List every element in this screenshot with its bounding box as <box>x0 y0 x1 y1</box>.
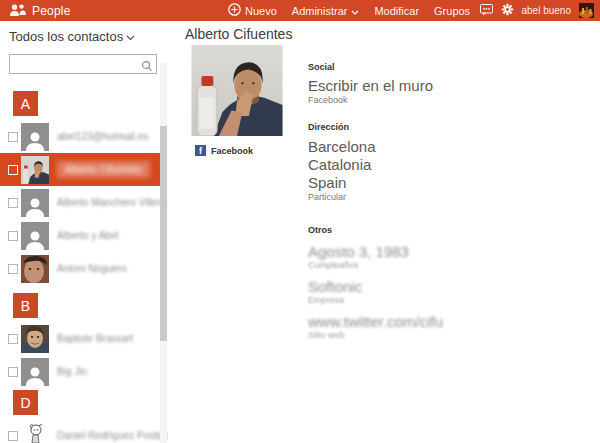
address-city: Barcelona <box>308 138 578 156</box>
new-label: Nuevo <box>245 5 277 17</box>
contact-name: Big Jin <box>57 366 87 377</box>
company-entry: Softonic Empresa <box>308 278 578 305</box>
user-avatar[interactable] <box>579 3 594 18</box>
contact-checkbox[interactable] <box>8 264 18 274</box>
contact-row[interactable]: Big Jin <box>0 355 160 388</box>
birthday-caption: Cumpleaños <box>308 260 578 270</box>
contact-avatar-photo <box>21 156 49 184</box>
company-value: Softonic <box>308 278 578 295</box>
manage-menu[interactable]: Administrar <box>292 5 360 17</box>
top-nav: Nuevo Administrar Modificar Grupos <box>228 0 470 21</box>
contact-checkbox[interactable] <box>8 367 18 377</box>
address-block: Barcelona Catalonia Spain <box>308 138 578 192</box>
contacts-panel: Todos los contactos A abel123@hotmail.es <box>0 21 168 443</box>
contact-avatar-placeholder <box>21 189 49 217</box>
section-letter-B[interactable]: B <box>13 293 38 318</box>
contact-avatar-cartoon <box>21 422 49 443</box>
contact-row[interactable]: Alberto Manchero Villera <box>0 186 160 219</box>
search-icon[interactable] <box>141 58 153 76</box>
contacts-scrollbar[interactable] <box>160 63 167 443</box>
website-value[interactable]: www.twitter.com/cifu <box>308 313 578 330</box>
contact-row[interactable]: Antoni Noguero <box>0 252 160 285</box>
company-caption: Empresa <box>308 295 578 305</box>
contact-avatar-photo <box>21 255 49 283</box>
contact-detail-title: Alberto Cifuentes <box>185 26 292 42</box>
address-region: Catalonia <box>308 156 578 174</box>
contact-avatar-placeholder <box>21 222 49 250</box>
contact-checkbox[interactable] <box>8 198 18 208</box>
section-letter-D[interactable]: D <box>13 390 38 415</box>
contact-row[interactable]: Alberto y Abel <box>0 219 160 252</box>
chevron-down-icon <box>351 5 359 17</box>
section-heading-social: Social <box>308 62 578 72</box>
contact-name: Alberto y Abel <box>57 230 119 241</box>
chevron-down-icon <box>126 29 135 44</box>
gear-icon[interactable] <box>501 2 514 20</box>
section-heading-address: Dirección <box>308 122 578 132</box>
contact-detail: Alberto Cifuentes <box>168 21 600 443</box>
birthday-entry: Agosto 3, 1983 Cumpleaños <box>308 243 578 270</box>
contact-row-selected[interactable]: Alberto Cifuentes <box>0 153 160 186</box>
contact-name: Alberto Cifuentes <box>57 161 150 178</box>
new-button[interactable]: Nuevo <box>228 3 277 18</box>
plus-circle-icon <box>228 3 241 18</box>
top-bar: People Nuevo Administrar Modificar <box>0 0 600 21</box>
contacts-filter-label: Todos los contactos <box>9 29 123 44</box>
contact-checkbox[interactable] <box>8 132 18 142</box>
address-caption: Particular <box>308 192 578 202</box>
contact-row[interactable]: abel123@hotmail.es <box>0 120 160 153</box>
website-caption: Sitio web <box>308 330 578 340</box>
address-country: Spain <box>308 174 578 192</box>
app-title: People <box>32 4 71 18</box>
people-app: People Nuevo Administrar Modificar <box>0 0 600 443</box>
contact-row[interactable]: Daniel Rodríguez Postigo <box>0 419 160 443</box>
contact-checkbox[interactable] <box>8 431 18 441</box>
contacts-filter-dropdown[interactable]: Todos los contactos <box>9 29 168 44</box>
contact-checkbox[interactable] <box>8 334 18 344</box>
section-letter-A[interactable]: A <box>13 91 38 116</box>
contact-name: Antoni Noguero <box>57 263 127 274</box>
search-input[interactable] <box>9 54 157 74</box>
birthday-value: Agosto 3, 1983 <box>308 243 578 260</box>
groups-label: Grupos <box>434 5 470 17</box>
contact-row[interactable]: Baptiste Brassart <box>0 322 160 355</box>
contact-avatar-photo <box>21 325 49 353</box>
search-box <box>9 54 157 74</box>
contact-checkbox[interactable] <box>8 165 18 175</box>
messaging-icon[interactable] <box>480 2 493 20</box>
edit-button[interactable]: Modificar <box>374 5 419 17</box>
people-icon <box>9 4 27 17</box>
contact-avatar-placeholder <box>21 358 49 386</box>
user-name[interactable]: abel bueno <box>522 5 572 16</box>
facebook-link[interactable]: f Facebook <box>195 145 253 156</box>
edit-label: Modificar <box>374 5 419 17</box>
contact-name: Daniel Rodríguez Postigo <box>57 430 170 441</box>
facebook-label: Facebook <box>211 146 253 156</box>
contact-checkbox[interactable] <box>8 231 18 241</box>
write-on-wall-link[interactable]: Escribir en el muro <box>308 77 578 95</box>
facebook-icon: f <box>195 145 206 156</box>
scrollbar-thumb[interactable] <box>160 126 167 341</box>
contact-photo <box>191 45 283 136</box>
social-caption: Facebook <box>308 95 578 105</box>
contact-avatar-placeholder <box>21 123 49 151</box>
contact-name: Alberto Manchero Villera <box>57 197 166 208</box>
contact-name: abel123@hotmail.es <box>57 131 148 142</box>
groups-button[interactable]: Grupos <box>434 5 470 17</box>
website-entry: www.twitter.com/cifu Sitio web <box>308 313 578 340</box>
detail-fields: Social Escribir en el muro Facebook Dire… <box>308 62 578 340</box>
app-brand[interactable]: People <box>9 4 71 18</box>
manage-label: Administrar <box>292 5 348 17</box>
top-right-cluster: abel bueno <box>480 0 595 21</box>
section-heading-others: Otros <box>308 225 578 235</box>
contact-name: Baptiste Brassart <box>57 333 133 344</box>
